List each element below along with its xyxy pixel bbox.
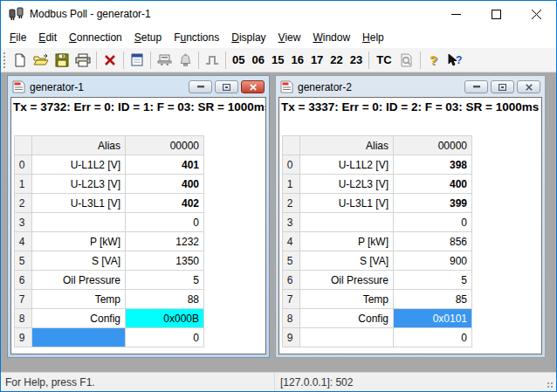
row-header[interactable]: 7 bbox=[283, 290, 300, 309]
row-header[interactable]: 8 bbox=[15, 309, 32, 328]
row-header[interactable]: 7 bbox=[15, 290, 32, 309]
child1-titlebar[interactable]: generator-1 bbox=[10, 79, 266, 97]
child2-close-button[interactable] bbox=[517, 80, 540, 93]
row-header[interactable]: 0 bbox=[283, 155, 300, 175]
row-header[interactable]: 9 bbox=[283, 328, 300, 347]
alias-cell[interactable]: Oil Pressure bbox=[300, 271, 394, 290]
resize-grip[interactable] bbox=[544, 373, 556, 391]
child1-restore-button[interactable] bbox=[215, 80, 238, 93]
value-cell[interactable]: 856 bbox=[394, 232, 472, 251]
menu-help[interactable]: Help bbox=[356, 29, 390, 46]
poll-definition-icon[interactable] bbox=[154, 50, 175, 70]
communication-log-icon[interactable] bbox=[396, 50, 417, 70]
row-header[interactable]: 6 bbox=[15, 271, 32, 290]
alias-cell[interactable]: U-L3L1 [V] bbox=[32, 194, 126, 213]
func-06-button[interactable]: 06 bbox=[248, 50, 267, 70]
alias-cell[interactable]: S [VA] bbox=[300, 251, 394, 271]
value-column-header[interactable]: 00000 bbox=[394, 136, 472, 155]
func-17-button[interactable]: 17 bbox=[307, 50, 327, 70]
alias-cell[interactable] bbox=[300, 328, 394, 347]
menu-display[interactable]: Display bbox=[225, 29, 272, 46]
new-document-icon[interactable] bbox=[10, 50, 31, 70]
alias-cell[interactable]: Temp bbox=[32, 290, 126, 309]
value-cell[interactable]: 0x000B bbox=[126, 309, 204, 328]
value-cell[interactable]: 5 bbox=[126, 271, 204, 290]
alias-cell[interactable]: U-L1L2 [V] bbox=[32, 155, 126, 175]
value-cell[interactable]: 399 bbox=[394, 194, 472, 213]
value-cell[interactable]: 398 bbox=[394, 155, 472, 175]
alias-cell[interactable]: U-L1L2 [V] bbox=[300, 155, 394, 175]
save-icon[interactable] bbox=[52, 50, 72, 70]
child2-restore-button[interactable] bbox=[491, 80, 514, 93]
row-header[interactable]: 4 bbox=[283, 232, 300, 251]
row-header[interactable]: 3 bbox=[283, 213, 300, 232]
func-22-button[interactable]: 22 bbox=[327, 50, 346, 70]
value-cell[interactable]: 5 bbox=[394, 271, 472, 290]
menu-window[interactable]: Window bbox=[306, 29, 356, 46]
row-header[interactable]: 6 bbox=[283, 271, 300, 290]
value-column-header[interactable]: 00000 bbox=[126, 136, 204, 155]
child1-close-button[interactable] bbox=[241, 80, 265, 93]
alias-cell[interactable]: U-L2L3 [V] bbox=[32, 175, 126, 194]
menu-file[interactable]: File bbox=[3, 29, 32, 46]
app-titlebar[interactable]: Modbus Poll - generator-1 bbox=[1, 1, 556, 27]
alias-cell[interactable]: S [VA] bbox=[32, 251, 126, 271]
alias-column-header[interactable]: Alias bbox=[300, 136, 394, 155]
func-23-button[interactable]: 23 bbox=[347, 50, 366, 70]
row-header[interactable]: 3 bbox=[15, 213, 32, 232]
alias-cell[interactable]: Config bbox=[32, 309, 126, 328]
value-cell[interactable]: 88 bbox=[126, 290, 204, 309]
value-cell[interactable]: 0x0101 bbox=[394, 309, 472, 328]
value-cell[interactable]: 85 bbox=[394, 290, 472, 309]
test-center-button[interactable]: TC bbox=[372, 50, 395, 70]
alias-cell[interactable]: Config bbox=[300, 309, 394, 328]
alias-cell[interactable]: Oil Pressure bbox=[32, 271, 126, 290]
func-05-button[interactable]: 05 bbox=[229, 50, 248, 70]
row-header[interactable]: 9 bbox=[15, 328, 32, 347]
alias-cell[interactable]: Temp bbox=[300, 290, 394, 309]
value-cell[interactable]: 400 bbox=[394, 175, 472, 194]
context-help-icon[interactable]: ? bbox=[444, 50, 465, 70]
maximize-button[interactable] bbox=[476, 1, 516, 27]
menu-view[interactable]: View bbox=[272, 29, 307, 46]
minimize-button[interactable] bbox=[436, 1, 476, 27]
row-header[interactable]: 5 bbox=[15, 251, 32, 271]
alias-cell[interactable]: P [kW] bbox=[32, 232, 126, 251]
toolbar-drag-handle[interactable] bbox=[3, 52, 7, 69]
value-cell[interactable]: 401 bbox=[126, 155, 204, 175]
child1-minimize-button[interactable] bbox=[189, 80, 212, 93]
value-cell[interactable]: 1232 bbox=[126, 232, 204, 251]
row-header[interactable]: 0 bbox=[15, 155, 32, 175]
single-poll-icon[interactable] bbox=[202, 50, 223, 70]
child2-titlebar[interactable]: generator-2 bbox=[278, 79, 542, 97]
alarm-icon[interactable] bbox=[175, 50, 196, 70]
alias-cell[interactable] bbox=[32, 328, 126, 347]
menu-setup[interactable]: Setup bbox=[128, 29, 168, 46]
row-header[interactable]: 4 bbox=[15, 232, 32, 251]
close-button[interactable] bbox=[516, 1, 556, 27]
value-cell[interactable]: 400 bbox=[126, 175, 204, 194]
value-cell[interactable]: 900 bbox=[394, 251, 472, 271]
alias-cell[interactable] bbox=[32, 213, 126, 232]
value-cell[interactable]: 1350 bbox=[126, 251, 204, 271]
cancel-icon[interactable] bbox=[100, 50, 120, 70]
about-help-icon[interactable]: ? bbox=[423, 50, 444, 70]
value-cell[interactable]: 0 bbox=[394, 213, 472, 232]
row-header[interactable]: 8 bbox=[283, 309, 300, 328]
alias-cell[interactable]: P [kW] bbox=[300, 232, 394, 251]
value-cell[interactable]: 0 bbox=[126, 213, 204, 232]
menu-connection[interactable]: Connection bbox=[63, 29, 128, 46]
open-file-icon[interactable] bbox=[31, 50, 52, 70]
row-header[interactable]: 2 bbox=[15, 194, 32, 213]
menu-edit[interactable]: Edit bbox=[32, 29, 63, 46]
value-cell[interactable]: 0 bbox=[126, 328, 204, 347]
alias-cell[interactable] bbox=[300, 213, 394, 232]
func-15-button[interactable]: 15 bbox=[268, 50, 287, 70]
func-16-button[interactable]: 16 bbox=[287, 50, 306, 70]
alias-cell[interactable]: U-L2L3 [V] bbox=[300, 175, 394, 194]
value-cell[interactable]: 0 bbox=[394, 328, 472, 347]
alias-cell[interactable]: U-L3L1 [V] bbox=[300, 194, 394, 213]
row-header[interactable]: 1 bbox=[283, 175, 300, 194]
alias-column-header[interactable]: Alias bbox=[32, 136, 126, 155]
child2-minimize-button[interactable] bbox=[464, 80, 488, 93]
